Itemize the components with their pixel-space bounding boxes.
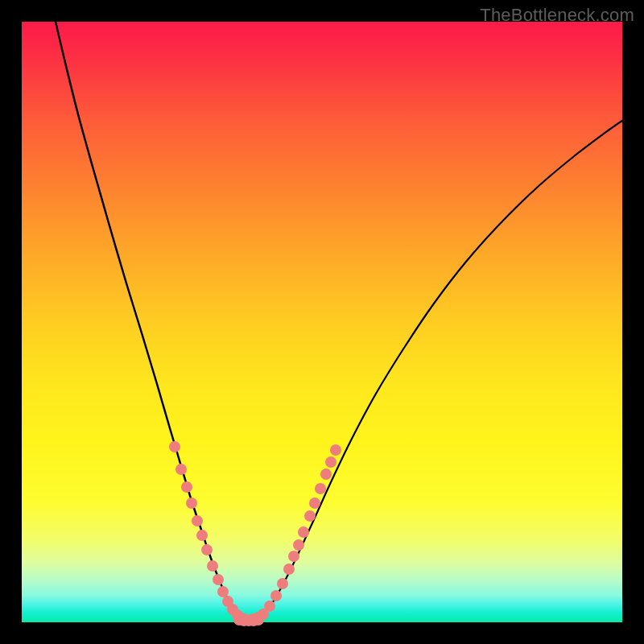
data-point	[186, 497, 197, 509]
curve-left	[56, 22, 246, 621]
data-point	[207, 560, 218, 572]
data-point	[201, 544, 213, 555]
scatter-left	[169, 441, 248, 624]
data-point	[175, 464, 187, 475]
data-point	[298, 526, 309, 538]
data-point	[315, 483, 326, 494]
chart-plot-area	[22, 22, 622, 622]
data-point	[253, 614, 264, 625]
data-point	[277, 578, 288, 589]
data-point	[213, 574, 224, 585]
data-point	[330, 444, 341, 456]
data-point	[283, 564, 295, 575]
data-point	[288, 551, 299, 562]
data-point	[304, 510, 316, 522]
data-point	[217, 586, 229, 597]
scatter-bottom	[233, 614, 264, 626]
data-point	[181, 481, 192, 493]
data-point	[169, 441, 180, 452]
data-point	[192, 515, 203, 526]
data-point	[309, 497, 320, 509]
data-point	[270, 590, 282, 601]
data-point	[264, 601, 275, 612]
data-point	[196, 530, 208, 541]
chart-svg	[22, 22, 622, 622]
data-point	[293, 539, 304, 551]
data-point	[320, 469, 332, 480]
data-point	[325, 456, 336, 468]
scatter-right	[243, 444, 341, 625]
stage: TheBottleneck.com	[0, 0, 644, 644]
